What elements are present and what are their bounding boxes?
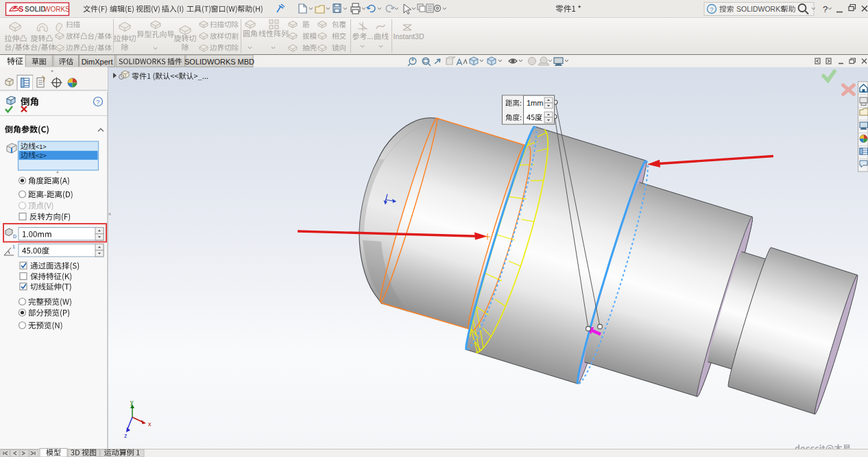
- svg-text:?: ?: [823, 4, 828, 14]
- svg-text:S: S: [19, 5, 23, 13]
- svg-text:WORKS: WORKS: [44, 5, 70, 13]
- svg-text:1mm: 1mm: [527, 99, 543, 107]
- svg-text:<2>: <2>: [36, 152, 47, 159]
- svg-text:?: ?: [96, 98, 99, 106]
- svg-text:<1>: <1>: [36, 143, 47, 150]
- svg-text:SOLIDWORKS: SOLIDWORKS: [736, 5, 785, 13]
- svg-text:y: y: [130, 399, 134, 406]
- svg-text:z: z: [124, 432, 128, 439]
- svg-text:DimXpert: DimXpert: [82, 58, 113, 66]
- svg-text:SOLID: SOLID: [25, 5, 46, 13]
- svg-text:D: D: [13, 234, 16, 239]
- svg-text:x: x: [148, 421, 152, 427]
- svg-text:1: 1: [12, 244, 15, 249]
- svg-text:SOLIDWORKS MBD: SOLIDWORKS MBD: [184, 58, 254, 66]
- svg-text:Instant3D: Instant3D: [394, 32, 424, 40]
- svg-text:?: ?: [710, 5, 713, 13]
